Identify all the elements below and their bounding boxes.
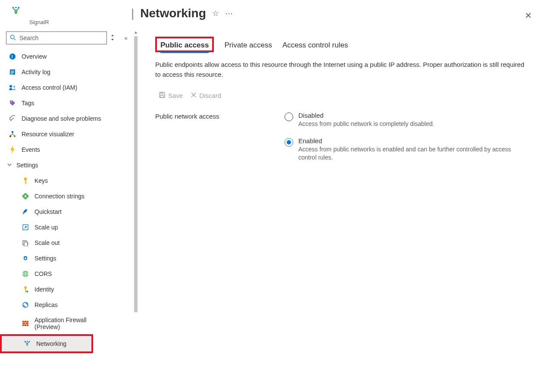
svg-point-3 (10, 35, 14, 39)
public-network-access-radio-group: Disabled Access from public network is c… (285, 112, 523, 162)
main-content: Public access Private access Access cont… (140, 25, 545, 392)
nav-activity-log[interactable]: Activity log (6, 64, 132, 80)
nav-resource-visualizer[interactable]: Resource visualizer (6, 126, 132, 142)
tab-description: Public endpoints allow access to this re… (155, 60, 530, 79)
nav-tags[interactable]: Tags (6, 95, 132, 111)
svg-point-30 (26, 291, 28, 292)
nav-identity[interactable]: Identity (6, 282, 132, 297)
search-icon (10, 34, 16, 42)
nav-quickstart[interactable]: Quickstart (6, 204, 132, 220)
svg-rect-29 (25, 289, 26, 292)
svg-point-10 (9, 85, 12, 88)
search-box[interactable] (6, 31, 107, 44)
nav-item-label: Networking (36, 340, 66, 347)
radio-option-enabled[interactable]: Enabled Access from public networks is e… (285, 137, 523, 162)
nav-item-label: Overview (22, 53, 47, 60)
access-control-icon (9, 84, 16, 91)
nav-replicas[interactable]: Replicas (6, 297, 132, 313)
nav-scale-up[interactable]: Scale up (6, 220, 132, 235)
svg-point-21 (25, 195, 26, 197)
more-actions-icon[interactable]: ⋯ (225, 9, 233, 18)
nav-overview[interactable]: Overview (6, 49, 132, 64)
nav-events[interactable]: Events (6, 142, 132, 157)
highlight-networking: Networking (0, 334, 93, 353)
title-separator: | (131, 6, 134, 20)
favorite-star-icon[interactable]: ☆ (212, 9, 219, 18)
nav-connection-strings[interactable]: Connection strings (6, 188, 132, 204)
svg-point-13 (10, 120, 11, 121)
nav-access-control[interactable]: Access control (IAM) (6, 80, 132, 95)
svg-rect-7 (11, 71, 14, 72)
nav-item-label: Activity log (22, 69, 50, 75)
nav-item-label: Events (22, 146, 40, 153)
svg-rect-15 (9, 135, 11, 137)
save-icon (159, 91, 166, 100)
service-name: SignalR (29, 19, 49, 25)
page-title: Networking (140, 6, 206, 20)
resource-visualizer-icon (9, 130, 16, 138)
svg-rect-19 (25, 182, 27, 183)
nav-networking[interactable]: Networking (2, 336, 91, 351)
tab-private-access[interactable]: Private access (224, 41, 272, 52)
sidebar-scrollbar[interactable]: ▲ (132, 25, 140, 392)
chevron-down-icon (7, 162, 12, 169)
svg-rect-37 (160, 95, 164, 97)
radio-disabled-circle[interactable] (285, 113, 293, 121)
scroll-thumb[interactable] (134, 36, 138, 312)
keys-icon (22, 177, 29, 185)
radio-description: Access from public network is completely… (298, 120, 434, 129)
scale-up-icon (22, 223, 29, 231)
save-button[interactable]: Save (159, 91, 183, 100)
scroll-up-icon[interactable]: ▲ (134, 28, 138, 36)
cors-icon (22, 270, 29, 278)
nav-item-label: Scale out (34, 239, 60, 246)
nav-item-label: Access control (IAM) (22, 84, 77, 91)
close-icon[interactable]: ✕ (525, 10, 536, 21)
nav-keys[interactable]: Keys (6, 173, 132, 188)
nav-item-label: Application Firewall (Preview) (34, 317, 99, 330)
nav-item-label: Replicas (34, 301, 58, 308)
save-label: Save (168, 92, 183, 99)
nav-scale-out[interactable]: Scale out (6, 235, 132, 251)
svg-point-25 (25, 257, 26, 259)
nav-item-label: Resource visualizer (22, 131, 74, 138)
svg-rect-36 (161, 92, 163, 94)
radio-description: Access from public networks is enabled a… (298, 145, 523, 162)
svg-point-17 (24, 178, 27, 181)
nav-item-label: Quickstart (34, 208, 62, 215)
discard-button[interactable]: Discard (191, 91, 221, 100)
discard-label: Discard (199, 92, 221, 99)
nav-section-settings[interactable]: Settings (6, 157, 132, 173)
svg-point-11 (13, 86, 15, 88)
diagnose-icon (9, 115, 16, 122)
nav-application-firewall[interactable]: Application Firewall (Preview) (6, 313, 132, 334)
nav-cors[interactable]: CORS (6, 266, 132, 282)
overview-icon (9, 53, 16, 60)
radio-label: Enabled (298, 137, 523, 144)
tabs: Public access Private access Access cont… (155, 37, 532, 52)
nav-settings[interactable]: Settings (6, 251, 132, 266)
activity-log-icon (9, 68, 16, 76)
search-input[interactable] (19, 34, 103, 41)
gear-icon (22, 254, 29, 262)
nav-item-label: Identity (34, 286, 54, 293)
nav-item-label: Settings (34, 255, 56, 262)
nav-item-label: Diagnose and solve problems (22, 115, 101, 122)
svg-point-12 (11, 101, 12, 102)
nav-diagnose[interactable]: Diagnose and solve problems (6, 111, 132, 126)
signalr-service-icon (10, 5, 22, 16)
nav-item-label: Keys (34, 177, 48, 184)
radio-label: Disabled (298, 112, 434, 119)
quickstart-icon (22, 208, 29, 216)
radio-enabled-circle[interactable] (285, 138, 293, 147)
svg-rect-8 (11, 72, 14, 73)
tab-public-access[interactable]: Public access (160, 41, 209, 53)
svg-rect-16 (14, 135, 16, 137)
svg-point-1 (15, 7, 16, 8)
collapse-sidebar-icon[interactable]: « (124, 34, 128, 41)
toolbar: Save Discard (155, 91, 532, 100)
sort-icon[interactable] (110, 34, 115, 42)
radio-option-disabled[interactable]: Disabled Access from public network is c… (285, 112, 523, 129)
tab-access-control-rules[interactable]: Access control rules (282, 41, 348, 52)
nav-section-label: Settings (16, 162, 38, 169)
